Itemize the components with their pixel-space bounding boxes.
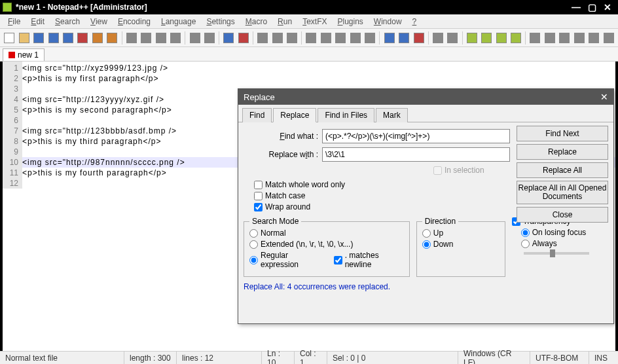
toolbar-button-6[interactable] bbox=[91, 31, 104, 45]
toolbar-button-5[interactable] bbox=[76, 31, 89, 45]
toolbar-button-37[interactable] bbox=[465, 31, 479, 45]
menu-encoding[interactable]: Encoding bbox=[114, 16, 154, 27]
toolbar-button-28[interactable] bbox=[363, 31, 376, 45]
transparency-slider[interactable] bbox=[524, 252, 589, 255]
toolbar-button-22[interactable] bbox=[285, 31, 299, 45]
radio-normal[interactable]: Normal bbox=[249, 228, 404, 238]
dialog-title: Replace bbox=[244, 92, 275, 102]
toolbar-icon bbox=[126, 33, 137, 43]
line-number: 10 bbox=[3, 157, 22, 168]
toolbar-button-10[interactable] bbox=[139, 31, 153, 45]
radio-on-focus[interactable]: On losing focus bbox=[521, 228, 608, 237]
toolbar-button-39[interactable] bbox=[494, 31, 507, 45]
document-tab[interactable]: new 1 bbox=[3, 48, 45, 61]
toolbar-button-3[interactable] bbox=[46, 31, 60, 45]
toolbar-icon bbox=[156, 33, 166, 43]
radio-up[interactable]: Up bbox=[422, 228, 500, 238]
close-button[interactable]: ✕ bbox=[600, 2, 615, 12]
replace-all-open-button[interactable]: Replace All in All Opened Documents bbox=[517, 181, 608, 204]
toolbar-button-46[interactable] bbox=[587, 31, 600, 45]
status-enc: UTF-8-BOM bbox=[530, 352, 589, 364]
toolbar-button-47[interactable] bbox=[602, 31, 615, 45]
toolbar-icon bbox=[447, 33, 458, 43]
menu-settings[interactable]: Settings bbox=[202, 16, 238, 27]
radio-always[interactable]: Always bbox=[521, 239, 608, 248]
menu-[interactable]: ? bbox=[409, 16, 421, 27]
dot-matches-newline-checkbox[interactable] bbox=[334, 256, 342, 264]
code-line[interactable]: <img src="http://xyz9999/123.jpg /> bbox=[22, 63, 615, 73]
toolbar-button-15[interactable] bbox=[203, 31, 216, 45]
minimize-button[interactable]: — bbox=[568, 2, 584, 12]
menu-plugins[interactable]: Plugins bbox=[333, 16, 367, 27]
menu-search[interactable]: Search bbox=[51, 16, 84, 27]
toolbar-icon bbox=[365, 33, 375, 43]
dialog-close-icon[interactable]: ✕ bbox=[600, 92, 608, 102]
toolbar-button-18[interactable] bbox=[237, 31, 250, 45]
radio-down[interactable]: Down bbox=[422, 240, 500, 249]
toolbar-button-0[interactable] bbox=[3, 31, 16, 45]
radio-extended[interactable]: Extended (\n, \r, \t, \0, \x...) bbox=[249, 240, 404, 249]
toolbar-button-42[interactable] bbox=[528, 31, 541, 45]
toolbar-icon bbox=[77, 33, 88, 43]
replace-button[interactable]: Replace bbox=[517, 144, 608, 160]
dialog-titlebar: Replace ✕ bbox=[238, 89, 613, 105]
close-button[interactable]: Close bbox=[517, 207, 608, 223]
window-title: *new 1 - Notepad++ [Administrator] bbox=[16, 3, 568, 12]
radio-extended-label: Extended (\n, \r, \t, \0, \x...) bbox=[261, 240, 353, 249]
toolbar-icon bbox=[170, 33, 181, 43]
toolbar-button-14[interactable] bbox=[188, 31, 201, 45]
menu-view[interactable]: View bbox=[86, 16, 111, 27]
toolbar-button-17[interactable] bbox=[222, 31, 235, 45]
toolbar-button-4[interactable] bbox=[62, 31, 75, 45]
menu-file[interactable]: File bbox=[4, 16, 24, 27]
dialog-tab-find-in-files[interactable]: Find in Files bbox=[318, 108, 374, 122]
toolbar-button-35[interactable] bbox=[446, 31, 459, 45]
dialog-tab-replace[interactable]: Replace bbox=[273, 108, 316, 122]
toolbar-button-44[interactable] bbox=[558, 31, 571, 45]
toolbar-button-30[interactable] bbox=[382, 31, 395, 45]
toolbar-button-12[interactable] bbox=[169, 31, 182, 45]
toolbar-button-38[interactable] bbox=[480, 31, 493, 45]
toolbar-button-27[interactable] bbox=[349, 31, 362, 45]
toolbar-button-32[interactable] bbox=[412, 31, 425, 45]
menu-language[interactable]: Language bbox=[157, 16, 200, 27]
status-type: Normal text file bbox=[0, 352, 124, 364]
toolbar-button-1[interactable] bbox=[17, 31, 30, 45]
find-what-input[interactable] bbox=[322, 129, 510, 143]
radio-regex[interactable]: Regular expression . matches newline bbox=[249, 251, 404, 269]
maximize-button[interactable]: ▢ bbox=[584, 2, 600, 12]
menu-window[interactable]: Window bbox=[370, 16, 406, 27]
dialog-tab-find[interactable]: Find bbox=[242, 108, 272, 122]
toolbar-button-31[interactable] bbox=[397, 31, 410, 45]
replace-with-input[interactable] bbox=[322, 147, 510, 162]
toolbar-icon bbox=[204, 33, 215, 43]
dialog-tab-mark[interactable]: Mark bbox=[376, 108, 408, 122]
menu-run[interactable]: Run bbox=[274, 16, 296, 27]
toolbar-icon bbox=[335, 33, 346, 43]
toolbar-button-45[interactable] bbox=[573, 31, 586, 45]
toolbar-button-34[interactable] bbox=[431, 31, 445, 45]
toolbar-button-43[interactable] bbox=[543, 31, 556, 45]
find-next-button[interactable]: Find Next bbox=[517, 126, 608, 141]
menu-macro[interactable]: Macro bbox=[242, 16, 271, 27]
toolbar-button-7[interactable] bbox=[105, 31, 118, 45]
toolbar-button-9[interactable] bbox=[125, 31, 138, 45]
toolbar-icon bbox=[511, 33, 521, 43]
toolbar-button-20[interactable] bbox=[256, 31, 269, 45]
replace-all-button[interactable]: Replace All bbox=[517, 162, 608, 178]
toolbar-icon bbox=[384, 33, 395, 43]
toolbar-icon bbox=[559, 33, 570, 43]
toolbar-button-26[interactable] bbox=[334, 31, 347, 45]
toolbar-button-40[interactable] bbox=[509, 31, 522, 45]
code-line[interactable]: <p>this is my first paragraph</p> bbox=[22, 73, 615, 84]
toolbar-icon bbox=[414, 33, 424, 43]
toolbar-button-2[interactable] bbox=[32, 31, 45, 45]
toolbar-button-21[interactable] bbox=[270, 31, 283, 45]
status-lines: lines : 12 bbox=[177, 352, 262, 364]
toolbar-button-25[interactable] bbox=[319, 31, 333, 45]
toolbar-button-11[interactable] bbox=[154, 31, 167, 45]
menu-edit[interactable]: Edit bbox=[27, 16, 48, 27]
toolbar-button-24[interactable] bbox=[304, 31, 318, 45]
menu-textfx[interactable]: TextFX bbox=[299, 16, 331, 27]
slider-thumb[interactable] bbox=[550, 249, 555, 257]
